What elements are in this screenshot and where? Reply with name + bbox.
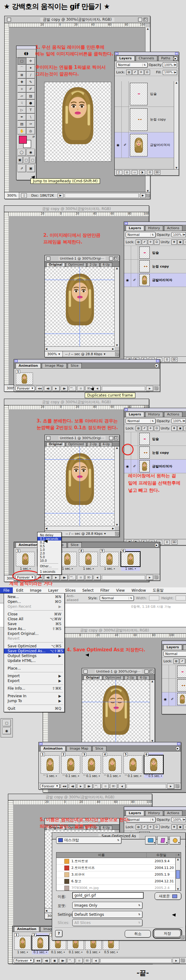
palette-tab[interactable]: Layers (126, 412, 144, 417)
delay-menu-item[interactable]: No delay (37, 533, 61, 537)
favorites-button[interactable]: ▼ (157, 836, 168, 845)
sort-order-icon[interactable]: ≜ (176, 854, 181, 856)
layer-row[interactable]: ◉ ✐ 눈썹 copy (124, 259, 186, 273)
collapse-box-icon[interactable] (114, 436, 118, 440)
frame-delay-select[interactable]: 0.1 sec.▾ (32, 950, 48, 955)
visibility-toggle[interactable]: ◉ (115, 107, 122, 132)
frame-delay-select[interactable]: °°0.1 sec.▾ (61, 774, 80, 778)
blend-mode-select[interactable]: Normal⇅ (116, 62, 148, 68)
blend-mode-select[interactable]: Normal⇅ (126, 817, 156, 822)
frame-thumbnail[interactable] (32, 936, 48, 950)
file-menu-item[interactable]: Quit⌘Q (4, 706, 64, 711)
palette-tab[interactable]: Layers (126, 810, 144, 816)
view-tab[interactable]: Optimized (66, 442, 86, 446)
animation-tab[interactable]: Image Map (66, 746, 91, 751)
layer-mask-icon[interactable]: ◎ (124, 170, 130, 175)
scroll-thumb[interactable] (176, 870, 180, 879)
animation-tab[interactable]: Image Map (42, 363, 66, 368)
delete-layer-icon[interactable]: ⌦ (155, 170, 160, 175)
collapse-box-icon[interactable] (114, 256, 118, 261)
palette-drag-bar[interactable] (14, 360, 160, 363)
palette-tab[interactable]: Paths (158, 56, 173, 61)
palette-zoom-icon[interactable] (175, 52, 178, 55)
paint-column[interactable]: ✐ (131, 246, 138, 259)
palette-drag-bar[interactable] (124, 222, 186, 225)
hand-tool[interactable]: ✋ (18, 127, 26, 135)
menu-bar-item[interactable]: Slices (62, 587, 79, 593)
frame-delay-select[interactable]: °°0.1 sec.▾ (123, 774, 143, 778)
frame-delay-select[interactable]: 0.5 sec.▾ (103, 950, 119, 955)
view-tab[interactable]: 2-Up (124, 676, 136, 679)
opacity-field[interactable]: 100%▶ (163, 62, 177, 67)
path-select-tool[interactable]: ▷ (18, 107, 26, 113)
play-button[interactable]: ▶ (53, 575, 60, 580)
menu-bar-item[interactable]: Filter (97, 587, 113, 593)
loop-select[interactable]: Forever▼ (15, 386, 35, 391)
prev-frame-button[interactable]: ◀▮ (43, 958, 50, 963)
palette-zoom-icon[interactable] (156, 360, 159, 362)
lock-image-icon[interactable]: ✐ (142, 240, 147, 245)
rewind-button[interactable]: ◀◀ (34, 958, 42, 963)
loop-select[interactable]: Forever▼ (14, 958, 34, 963)
title-bar[interactable]: 금발 copy @ 300%(금발머리여자, RGB) (8, 794, 152, 800)
height-field[interactable] (176, 596, 186, 600)
healing-brush-tool[interactable]: ✚ (18, 78, 26, 86)
file-menu-item[interactable]: Preview In▶ (4, 694, 64, 698)
lock-transparency-icon[interactable]: ▨ (173, 659, 179, 664)
stop-button[interactable]: ■ (51, 958, 58, 963)
settings-select[interactable]: Default Settings⇅ (72, 911, 143, 918)
menu-bar-item[interactable]: View (113, 587, 128, 593)
paint-column[interactable]: ✐ (131, 460, 138, 473)
collapse-box-icon[interactable] (149, 670, 153, 673)
animation-frame[interactable]: 4 °°0.1 sec.▾ (103, 752, 122, 778)
scroll-left-icon[interactable]: ◀ (45, 527, 47, 530)
file-menu-item[interactable]: Close All⌥⌘W (4, 617, 64, 622)
unify-position-icon[interactable]: ✥ (172, 426, 177, 431)
scroll-left-button[interactable]: ◀ (92, 958, 99, 963)
lock-position-icon[interactable]: ✛ (148, 426, 153, 431)
paint-column[interactable]: ✐ (131, 432, 138, 445)
recents-button[interactable]: ▼ (170, 836, 181, 845)
frame-delay-select[interactable]: 0.1 sec.▾ (50, 950, 66, 955)
save-button[interactable]: 저장 (154, 930, 181, 937)
animation-tab[interactable]: Animation (16, 363, 41, 368)
unify-visibility-icon[interactable]: ▣ (178, 824, 183, 830)
layer-name[interactable]: 입술 (151, 250, 159, 255)
new-folder-button[interactable]: 새로운 (155, 892, 181, 900)
visibility-toggle[interactable]: ◉ (124, 273, 131, 287)
vertical-scrollbar[interactable]: ▲▼ (114, 267, 119, 347)
frame-delay-select[interactable]: 0.1 sec.▾ (85, 950, 101, 955)
file-menu-item[interactable]: Revert (4, 636, 64, 641)
layer-thumbnail[interactable] (130, 108, 148, 131)
file-row[interactable]: 2.토마토토이즈 2004.11.20 (56, 865, 181, 871)
layer-style-icon[interactable]: ƒ. (117, 170, 122, 175)
file-row[interactable]: 3.피규어 2005.1.9 (56, 871, 181, 878)
title-bar[interactable]: 금발 copy @ 300%(금발머리여자, RGB) (4, 399, 149, 406)
smudge-tool[interactable]: ☟ (18, 100, 26, 107)
eyedropper-tool[interactable]: ✑ (26, 121, 35, 127)
palette-tab[interactable]: Layers (126, 226, 144, 231)
lock-position-icon[interactable]: ✛ (148, 240, 153, 245)
lock-all-icon[interactable]: Ω (154, 426, 159, 431)
animation-tab[interactable]: Slice (92, 746, 106, 751)
animation-frame[interactable]: 6 1 sec.▾ (121, 549, 140, 571)
view-tab[interactable]: 4-Up (100, 262, 112, 267)
file-menu-item[interactable]: Place... (4, 666, 64, 671)
pen-tool[interactable]: ✒ (18, 113, 26, 121)
scroll-up-icon[interactable]: ▲ (116, 267, 118, 270)
dodge-tool[interactable]: ● (26, 100, 35, 107)
canvas[interactable] (44, 82, 111, 162)
timing-readout[interactable]: -- / -- sec @ 28.8 Kbps (65, 352, 103, 356)
frame-delay-select[interactable]: 1 sec.▾ (79, 566, 98, 571)
view-tab[interactable]: 2-Up (87, 262, 99, 267)
layer-thumbnail[interactable] (140, 260, 150, 272)
delay-menu-item[interactable]: Other… (37, 564, 61, 568)
lock-image-icon[interactable]: ✐ (180, 659, 185, 664)
file-menu-item[interactable] (4, 683, 64, 686)
animation-frame[interactable]: 1 1 sec.▾ (16, 549, 35, 571)
new-layer-icon[interactable]: ⊡ (164, 540, 170, 544)
view-tab[interactable]: Original (83, 676, 102, 679)
lock-transparency-icon[interactable]: ▨ (136, 240, 141, 245)
marquee-tool[interactable]: ▢ (18, 57, 26, 65)
close-box-icon[interactable] (46, 436, 50, 440)
